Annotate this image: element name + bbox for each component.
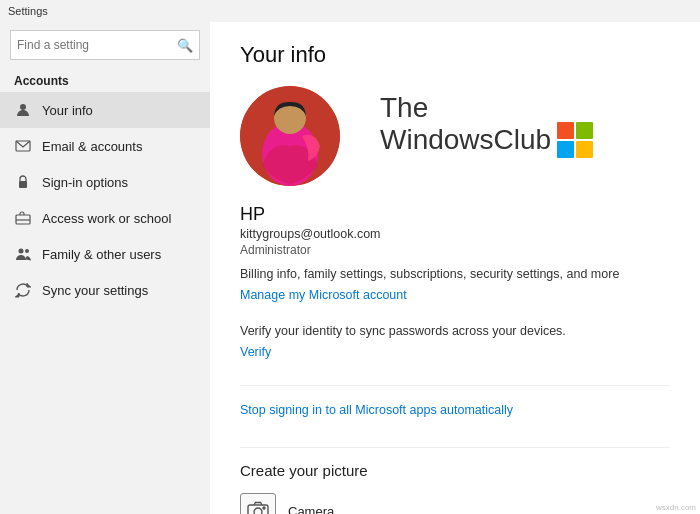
sidebar-item-family-users[interactable]: Family & other users — [0, 236, 210, 272]
lock-icon — [14, 173, 32, 191]
camera-label: Camera — [288, 504, 334, 515]
brand-windows-club-text: WindowsClub — [380, 124, 551, 156]
camera-icon — [247, 500, 269, 514]
sidebar-label-email-accounts: Email & accounts — [42, 139, 142, 154]
sidebar-label-sign-in-options: Sign-in options — [42, 175, 128, 190]
sidebar-item-email-accounts[interactable]: Email & accounts — [0, 128, 210, 164]
divider-2 — [240, 447, 670, 448]
title-bar-label: Settings — [8, 5, 48, 17]
windows-flag-icon — [557, 122, 593, 158]
flag-green — [576, 122, 593, 139]
group-icon — [14, 245, 32, 263]
sidebar-section-label: Accounts — [0, 68, 210, 92]
sidebar: 🔍 Accounts Your info Email & accounts — [0, 22, 210, 514]
manage-account-link[interactable]: Manage my Microsoft account — [240, 288, 407, 302]
sidebar-item-access-work-school[interactable]: Access work or school — [0, 200, 210, 236]
brand-the: The — [380, 94, 428, 122]
divider-1 — [240, 385, 670, 386]
flag-yellow — [576, 141, 593, 158]
verify-link[interactable]: Verify — [240, 345, 271, 359]
user-role: Administrator — [240, 243, 670, 257]
user-info-block: HP kittygroups@outlook.com Administrator — [240, 204, 670, 257]
flag-red — [557, 122, 574, 139]
svg-point-11 — [254, 508, 262, 514]
profile-section: The WindowsClub — [240, 86, 670, 186]
search-input[interactable] — [17, 38, 177, 52]
main-content: Your info T — [210, 22, 700, 514]
sidebar-item-your-info[interactable]: Your info — [0, 92, 210, 128]
billing-block: Billing info, family settings, subscript… — [240, 267, 670, 314]
sidebar-item-sign-in-options[interactable]: Sign-in options — [0, 164, 210, 200]
verify-text: Verify your identity to sync passwords a… — [240, 324, 670, 338]
sync-icon — [14, 281, 32, 299]
svg-rect-10 — [248, 505, 268, 514]
email-icon — [14, 137, 32, 155]
svg-point-0 — [20, 104, 26, 110]
title-bar: Settings — [0, 0, 700, 22]
sidebar-item-sync-settings[interactable]: Sync your settings — [0, 272, 210, 308]
verify-block: Verify your identity to sync passwords a… — [240, 324, 670, 371]
create-picture-title: Create your picture — [240, 462, 670, 479]
svg-point-5 — [19, 249, 24, 254]
brand-logo: The WindowsClub — [380, 94, 593, 158]
sidebar-label-family-users: Family & other users — [42, 247, 161, 262]
briefcase-icon — [14, 209, 32, 227]
person-icon — [14, 101, 32, 119]
page-title: Your info — [240, 42, 670, 68]
camera-icon-box — [240, 493, 276, 514]
sidebar-label-access-work-school: Access work or school — [42, 211, 171, 226]
flag-blue — [557, 141, 574, 158]
avatar — [240, 86, 340, 186]
svg-point-12 — [263, 507, 265, 509]
sidebar-label-your-info: Your info — [42, 103, 93, 118]
stop-sign-in-link[interactable]: Stop signing in to all Microsoft apps au… — [240, 403, 513, 417]
search-icon: 🔍 — [177, 38, 193, 53]
brand-windows-club: WindowsClub — [380, 122, 593, 158]
user-email: kittygroups@outlook.com — [240, 227, 670, 241]
user-name: HP — [240, 204, 670, 225]
create-picture-camera[interactable]: Camera — [240, 493, 670, 514]
svg-point-6 — [25, 249, 29, 253]
search-box[interactable]: 🔍 — [10, 30, 200, 60]
watermark: wsxdn.com — [656, 503, 696, 512]
sidebar-label-sync-settings: Sync your settings — [42, 283, 148, 298]
svg-rect-2 — [19, 181, 27, 188]
billing-text: Billing info, family settings, subscript… — [240, 267, 670, 281]
